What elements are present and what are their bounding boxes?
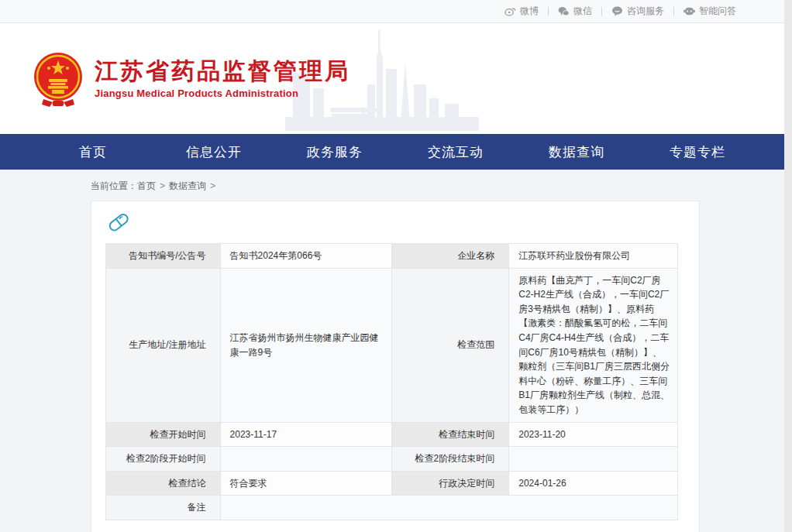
record-detail-card: 告知书编号/公告号 告知书2024年第066号 企业名称 江苏联环药业股份有限公… (91, 201, 700, 532)
robot-icon (684, 6, 695, 16)
nav-item-home[interactable]: 首页 (33, 143, 153, 161)
nav-item-data-query[interactable]: 数据查询 (516, 143, 637, 161)
field-label-decision-date: 行政决定时间 (391, 471, 508, 496)
table-row: 检查2阶段开始时间 检查2阶段结束时间 (106, 447, 678, 472)
topbar-qa-label: 智能问答 (699, 5, 736, 18)
nav-item-special-topics[interactable]: 专题专栏 (637, 143, 758, 161)
brand: 江苏省药品监督管理局 Jiangsu Medical Products Admi… (33, 51, 350, 107)
breadcrumb-separator: > (210, 180, 215, 191)
topbar-consult-label: 咨询服务 (627, 5, 664, 18)
topbar-weibo[interactable]: 微博 (495, 5, 548, 18)
table-row: 告知书编号/公告号 告知书2024年第066号 企业名称 江苏联环药业股份有限公… (106, 244, 678, 269)
breadcrumb-prefix: 当前位置： (91, 180, 137, 191)
pill-capsule-icon (107, 211, 678, 237)
field-value-remarks (220, 496, 677, 520)
field-label-notice-number: 告知书编号/公告号 (106, 244, 221, 269)
topbar-qa[interactable]: 智能问答 (674, 5, 746, 18)
field-label-stage2-end: 检查2阶段结束时间 (391, 447, 508, 472)
table-row: 生产地址/注册地址 江苏省扬州市扬州生物健康产业园健康一路9号 检查范围 原料药… (106, 268, 678, 422)
weibo-icon (504, 6, 516, 16)
wechat-icon (558, 6, 570, 16)
breadcrumb-separator: > (160, 180, 165, 191)
field-value-inspection-scope: 原料药【曲克芦丁，一车间C2厂房C2-H2生产线（合成），一车间C2厂房3号精烘… (509, 268, 678, 422)
topbar: 微博 微信 咨询服务 智能问答 (0, 0, 784, 23)
field-value-address: 江苏省扬州市扬州生物健康产业园健康一路9号 (220, 268, 391, 422)
page: 微博 微信 咨询服务 智能问答 (0, 0, 784, 532)
field-value-stage2-start (220, 447, 391, 472)
field-value-conclusion: 符合要求 (220, 471, 391, 496)
field-value-company-name: 江苏联环药业股份有限公司 (509, 244, 678, 269)
field-label-address: 生产地址/注册地址 (106, 268, 221, 422)
field-label-remarks: 备注 (106, 496, 221, 520)
breadcrumb: 当前位置：首页>数据查询> (0, 170, 784, 201)
nav-item-interaction[interactable]: 交流互动 (395, 143, 516, 161)
field-value-start-date: 2023-11-17 (220, 422, 391, 447)
field-value-end-date: 2023-11-20 (509, 422, 678, 447)
field-value-stage2-end (509, 447, 678, 472)
field-label-company-name: 企业名称 (391, 244, 508, 269)
field-value-decision-date: 2024-01-26 (509, 471, 678, 496)
topbar-wechat-label: 微信 (573, 5, 592, 18)
topbar-consult[interactable]: 咨询服务 (602, 5, 673, 18)
field-label-end-date: 检查结束时间 (391, 422, 508, 447)
table-row: 检查结论 符合要求 行政决定时间 2024-01-26 (106, 471, 678, 496)
topbar-wechat[interactable]: 微信 (549, 5, 601, 18)
field-label-conclusion: 检查结论 (106, 471, 221, 496)
field-label-start-date: 检查开始时间 (106, 422, 221, 447)
field-value-notice-number: 告知书2024年第066号 (220, 244, 391, 269)
national-emblem-logo (33, 51, 84, 107)
breadcrumb-section-link[interactable]: 数据查询 (169, 180, 206, 191)
inspection-record-table: 告知书编号/公告号 告知书2024年第066号 企业名称 江苏联环药业股份有限公… (105, 243, 678, 520)
table-row: 备注 (106, 496, 678, 520)
site-title: 江苏省药品监督管理局 (95, 58, 350, 85)
site-header: 江苏省药品监督管理局 Jiangsu Medical Products Admi… (0, 23, 784, 134)
chat-bubble-icon (611, 6, 623, 16)
topbar-weibo-label: 微博 (520, 5, 539, 18)
main-nav: 首页 信息公开 政务服务 交流互动 数据查询 专题专栏 (0, 134, 784, 170)
brand-text: 江苏省药品监督管理局 Jiangsu Medical Products Admi… (95, 58, 350, 100)
table-row: 检查开始时间 2023-11-17 检查结束时间 2023-11-20 (106, 422, 678, 447)
main-content: 当前位置：首页>数据查询> 告知书编号/公告号 告知书2024年第066号 企业… (0, 170, 784, 532)
field-label-stage2-start: 检查2阶段开始时间 (106, 447, 221, 472)
nav-item-info-disclosure[interactable]: 信息公开 (153, 143, 274, 161)
nav-item-gov-services[interactable]: 政务服务 (274, 143, 395, 161)
breadcrumb-home-link[interactable]: 首页 (137, 180, 156, 191)
field-label-inspection-scope: 检查范围 (391, 268, 508, 422)
site-subtitle: Jiangsu Medical Products Administration (95, 88, 350, 99)
